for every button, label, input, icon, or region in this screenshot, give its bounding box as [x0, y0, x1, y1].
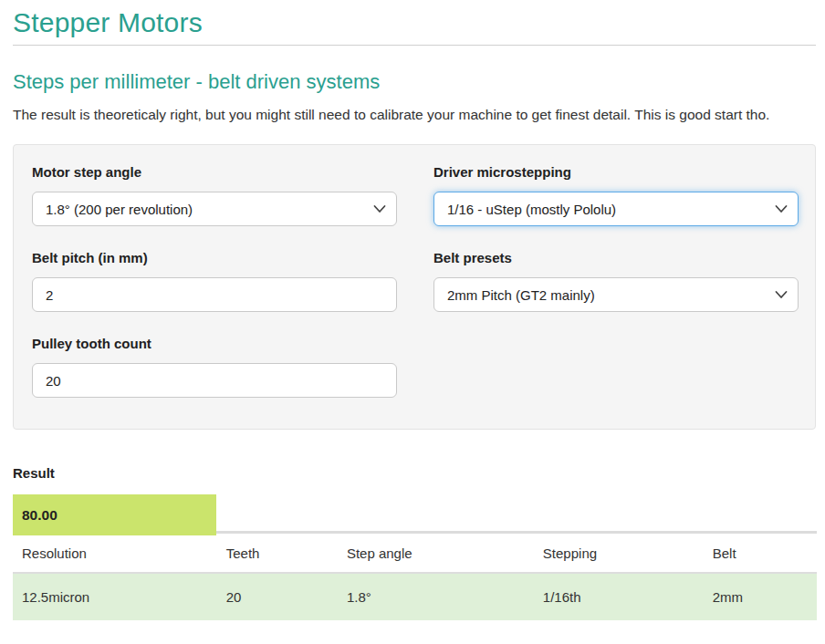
table-header-stepping: Stepping [534, 534, 704, 573]
form-col-empty [433, 336, 797, 398]
driver-microstepping-select[interactable]: 1/16 - uStep (mostly Pololu) [433, 192, 799, 226]
table-header-belt: Belt [704, 534, 817, 573]
description-text: The result is theoreticaly right, but yo… [13, 103, 816, 126]
field-driver-microstepping: Driver microstepping 1/16 - uStep (mostl… [433, 164, 799, 226]
driver-microstepping-label: Driver microstepping [433, 164, 799, 180]
page-container: Stepper Motors Steps per millimeter - be… [0, 0, 825, 620]
cell-resolution: 12.5micron [13, 573, 217, 620]
field-pulley-tooth-count: Pulley tooth count [32, 336, 397, 398]
pulley-tooth-count-input[interactable] [32, 363, 397, 398]
cell-stepping: 1/16th [534, 573, 704, 620]
field-belt-presets: Belt presets 2mm Pitch (GT2 mainly) [433, 250, 799, 312]
table-header-resolution: Resolution [13, 534, 217, 573]
table-header-step-angle: Step angle [338, 534, 534, 573]
cell-teeth: 20 [217, 573, 338, 620]
field-belt-pitch: Belt pitch (in mm) [32, 250, 397, 312]
form-row-3: Pulley tooth count [32, 336, 797, 398]
cell-belt: 2mm [704, 573, 817, 620]
belt-presets-select[interactable]: 2mm Pitch (GT2 mainly) [433, 277, 799, 312]
belt-presets-label: Belt presets [433, 250, 799, 265]
form-row-2: Belt pitch (in mm) Belt presets 2mm Pitc… [32, 250, 797, 312]
page-title: Stepper Motors [13, 7, 816, 38]
pulley-tooth-count-label: Pulley tooth count [32, 336, 397, 351]
result-table-header-row: Resolution Teeth Step angle Stepping Bel… [13, 534, 817, 573]
result-heading: Result [13, 465, 816, 481]
motor-step-angle-select[interactable]: 1.8° (200 per revolution) [32, 192, 397, 226]
belt-pitch-input[interactable] [32, 277, 397, 312]
motor-step-angle-label: Motor step angle [32, 164, 397, 180]
belt-pitch-label: Belt pitch (in mm) [32, 250, 397, 265]
result-value: 80.00 [13, 507, 57, 524]
table-header-teeth: Teeth [217, 534, 338, 573]
calculator-form-panel: Motor step angle 1.8° (200 per revolutio… [13, 144, 816, 430]
result-bar-track: 80.00 [13, 494, 817, 534]
result-section: Result 80.00 Resolution Teeth Step angle… [13, 465, 816, 620]
section-subtitle: Steps per millimeter - belt driven syste… [13, 70, 816, 94]
table-row: 12.5micron 20 1.8° 1/16th 2mm [13, 573, 817, 620]
result-bar: 80.00 [13, 494, 216, 535]
title-divider [13, 45, 816, 46]
result-table: Resolution Teeth Step angle Stepping Bel… [13, 534, 817, 620]
form-row-1: Motor step angle 1.8° (200 per revolutio… [32, 164, 797, 226]
cell-step-angle: 1.8° [338, 573, 534, 620]
field-motor-step-angle: Motor step angle 1.8° (200 per revolutio… [32, 164, 397, 226]
